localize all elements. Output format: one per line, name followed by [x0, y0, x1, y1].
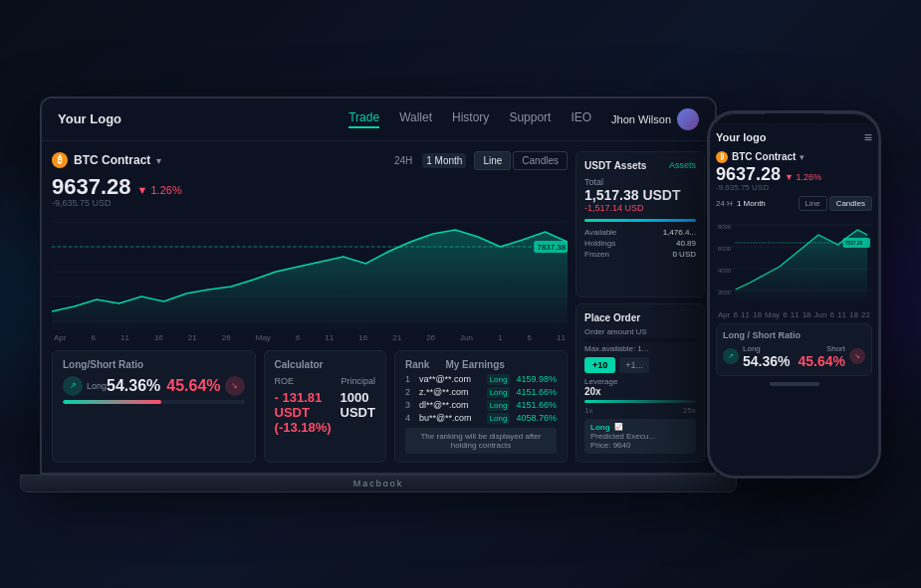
- leverage-slider[interactable]: [584, 400, 696, 403]
- calc-row: ROE Principal: [275, 376, 375, 386]
- phone-long-short: Long / Short Ratio ↗ Long 54.36% Short 4…: [716, 323, 872, 376]
- order-btn-more[interactable]: +1...: [619, 357, 649, 373]
- chart-price-change: ▼ 1.26%: [137, 184, 182, 196]
- ls-short-pct: 45.64%: [166, 377, 220, 395]
- roe-value: - 131.81 USDT (-13.18%): [275, 390, 341, 435]
- assets-frozen-row: Frozen 0 USD: [584, 250, 696, 259]
- rank-header: Rank: [405, 359, 429, 370]
- phone-period-1month[interactable]: 1 Month: [737, 199, 766, 208]
- phone-screen: Your logo ≡ ₿ BTC Contract ▾ 9637.28 ▼ 1…: [710, 123, 878, 476]
- calculator-title: Calculator: [275, 359, 375, 370]
- chart-type-btns: Line Candles: [474, 151, 568, 170]
- phone-device: Your logo ≡ ₿ BTC Contract ▾ 9637.28 ▼ 1…: [707, 110, 881, 479]
- main-content: ₿ BTC Contract ▾ 24H 1 Month Line Can: [42, 141, 715, 473]
- ls-short-icon: ↘: [225, 376, 245, 396]
- earnings-box: Rank My Earnings 1 va**@**.com Long 4159…: [394, 350, 568, 463]
- assets-total-label: Total: [584, 177, 696, 187]
- phone-type-line[interactable]: Line: [799, 196, 827, 211]
- period-1month[interactable]: 1 Month: [422, 153, 466, 168]
- phone-short-label: Short: [799, 344, 845, 353]
- chart-container: 7837.38: [52, 212, 568, 331]
- predicted-box: Long 📈 Predicted Execu... Price: 9640: [584, 419, 696, 454]
- phone-price-change: ▼ 1.26%: [785, 172, 821, 182]
- rank-3: 3: [405, 400, 413, 410]
- earnings-row-1: 1 va**@**.com Long 4159.98%: [405, 374, 557, 385]
- order-btn-plus10[interactable]: +10: [584, 357, 615, 373]
- chart-title: BTC Contract: [74, 153, 150, 167]
- phone-menu-icon[interactable]: ≡: [864, 129, 872, 145]
- assets-link[interactable]: Assets: [669, 160, 696, 170]
- ls-long-pct: 54.36%: [107, 377, 160, 395]
- order-amount-input[interactable]: [584, 338, 696, 342]
- chart-caret-icon: ▾: [156, 155, 161, 166]
- available-label: Available: [584, 228, 616, 237]
- earn-1: 4159.98%: [516, 374, 557, 384]
- nav-links: Trade Wallet History Support IEO: [348, 110, 591, 128]
- order-max-label: Max.available: 1...: [584, 344, 696, 353]
- laptop-wrapper: Your Logo Trade Wallet History Support I…: [40, 97, 737, 492]
- ls-short-row: 45.64% ↘: [166, 376, 244, 396]
- rank-2: 2: [405, 387, 413, 397]
- phone-notch: [765, 113, 824, 123]
- chart-price: 9637.28: [52, 176, 131, 198]
- nav-logo: Your Logo: [58, 111, 121, 126]
- email-2: z.**@**.com: [419, 387, 481, 397]
- nav-link-wallet[interactable]: Wallet: [399, 110, 432, 128]
- phone-ls-long: ↗ Long 54.36%: [723, 344, 790, 369]
- calc-values-row: - 131.81 USDT (-13.18%) 1000 USDT: [275, 390, 375, 435]
- assets-bar: [584, 219, 696, 222]
- phone-btc-icon: ₿: [716, 151, 728, 163]
- nav-link-history[interactable]: History: [452, 110, 489, 128]
- laptop-brand: Macbook: [353, 479, 404, 489]
- laptop-device: Your Logo Trade Wallet History Support I…: [40, 97, 717, 475]
- svg-text:7837.38: 7837.38: [538, 243, 566, 251]
- ls-long-icon: ↗: [63, 376, 83, 396]
- assets-total-value: 1,517.38 USDT: [584, 187, 696, 204]
- phone-ls-row: ↗ Long 54.36% Short 45.64% ↘: [723, 344, 865, 369]
- phone-price-row: 9637.28 ▼ 1.26%: [716, 165, 872, 183]
- calculator-box: Calculator ROE Principal - 131.81 USDT (…: [264, 350, 386, 463]
- svg-text:4000: 4000: [718, 267, 732, 273]
- phone-ls-long-icon: ↗: [723, 348, 739, 364]
- chart-svg: 7837.38: [52, 212, 568, 331]
- available-value: 1,476.4...: [663, 228, 696, 237]
- phone-long-label: Long: [743, 344, 790, 353]
- avatar: [677, 108, 699, 130]
- phone-x-axis: Apr 6 11 18 May 6 11 18 Jun 6 11 18 22: [716, 310, 872, 319]
- phone-ls-short-icon: ↘: [849, 348, 865, 364]
- long-short-box: Long/Short Ratio ↗ Long 54.36% 45.64%: [52, 350, 256, 463]
- ls-row: ↗ Long 54.36% 45.64% ↘: [63, 376, 245, 396]
- nav-link-ieo[interactable]: IEO: [571, 110, 591, 128]
- svg-text:7837.28: 7837.28: [845, 240, 863, 245]
- nav-user: Jhon Wilson: [611, 108, 699, 130]
- predicted-chart-icon: 📈: [614, 423, 623, 431]
- phone-contract-caret: ▾: [800, 152, 805, 162]
- phone-short-pct: 45.64%: [799, 353, 845, 369]
- chart-title-area: ₿ BTC Contract ▾: [52, 152, 161, 168]
- earn-3: 4151.66%: [516, 400, 557, 410]
- ls-bar: [63, 400, 245, 404]
- nav-link-trade[interactable]: Trade: [348, 110, 379, 128]
- nav-link-support[interactable]: Support: [509, 110, 551, 128]
- phone-period-24h[interactable]: 24 H: [716, 199, 733, 208]
- assets-holdings-row: Holdings 40.89: [584, 239, 696, 248]
- phone-long-pct: 54.36%: [743, 353, 790, 369]
- leverage-min: 1x: [584, 406, 592, 415]
- type-3: Long: [487, 400, 511, 411]
- chart-type-line[interactable]: Line: [474, 151, 511, 170]
- svg-text:8000: 8000: [718, 223, 732, 229]
- chart-controls: 24H 1 Month Line Candles: [390, 151, 568, 170]
- earn-2: 4151.66%: [516, 387, 557, 397]
- phone-price: 9637.28: [716, 165, 781, 183]
- type-4: Long: [487, 413, 511, 424]
- phone-type-candles[interactable]: Candles: [829, 196, 872, 211]
- phone-chart-svg: 8000 6000 4000 2000 7837.28: [716, 215, 872, 304]
- earnings-row-2: 2 z.**@**.com Long 4151.66%: [405, 387, 557, 398]
- earn-4: 4058.76%: [516, 413, 557, 423]
- phone-price-usd: -9,635.75 USD: [716, 183, 872, 192]
- laptop-screen: Your Logo Trade Wallet History Support I…: [42, 98, 715, 473]
- assets-available-row: Available 1,476.4...: [584, 228, 696, 237]
- period-24h[interactable]: 24H: [390, 153, 416, 168]
- ranking-notice: The ranking will be displayed after hold…: [405, 428, 557, 454]
- chart-type-candles[interactable]: Candles: [513, 151, 568, 170]
